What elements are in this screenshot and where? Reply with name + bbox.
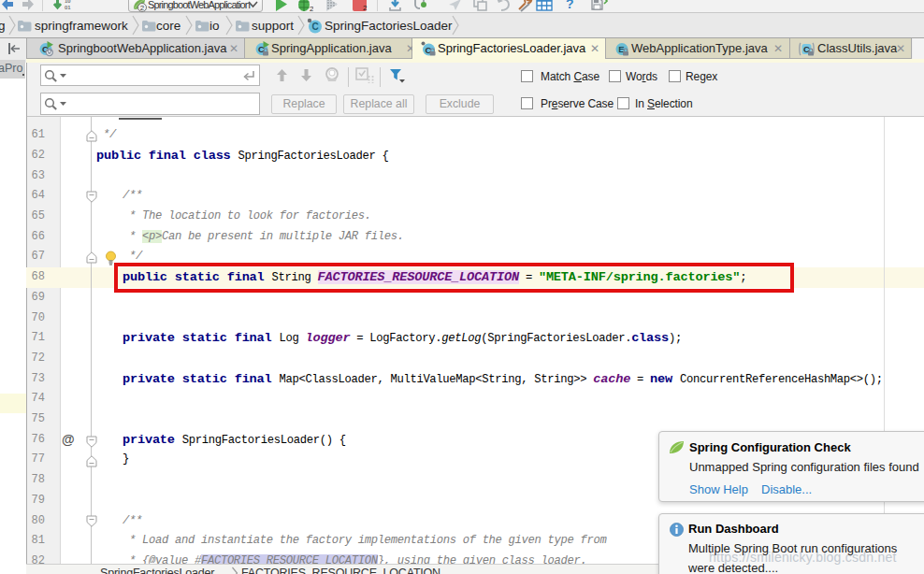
svg-text:2: 2 bbox=[140, 4, 145, 12]
svg-text:C: C bbox=[311, 22, 318, 32]
svg-text:2: 2 bbox=[310, 5, 313, 12]
